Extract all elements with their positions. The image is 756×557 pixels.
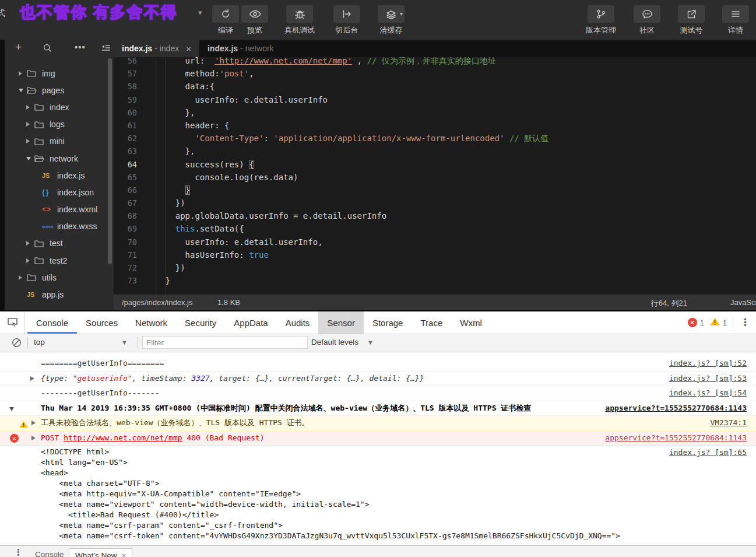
switch-background-button[interactable]: 切后台 bbox=[333, 5, 360, 36]
explorer-scrollbar[interactable] bbox=[108, 58, 112, 264]
preview-button[interactable]: 预览 bbox=[241, 5, 268, 36]
expand-icon[interactable] bbox=[31, 436, 36, 440]
caret-down-icon[interactable]: ▼ bbox=[367, 339, 374, 346]
chevron-right-icon[interactable] bbox=[19, 71, 27, 76]
tree-item-index.js[interactable]: JSindex.js bbox=[5, 167, 114, 184]
device-debug-button[interactable]: 真机调试 bbox=[284, 5, 315, 36]
tree-item-app.js[interactable]: JSapp.js bbox=[5, 286, 114, 303]
devtools-tab-storage[interactable]: Storage bbox=[364, 311, 412, 334]
tree-item-pages[interactable]: pages bbox=[5, 82, 114, 99]
devtools-tab-audits[interactable]: Audits bbox=[277, 311, 319, 334]
source-link[interactable]: appservice?t=1552552770684:1143 bbox=[605, 401, 747, 416]
code-line-62[interactable]: 'Content-Type': 'application/application… bbox=[156, 132, 756, 145]
tree-item-test2[interactable]: test2 bbox=[5, 252, 114, 269]
filter-input[interactable] bbox=[142, 336, 308, 349]
community-button[interactable]: 社区 bbox=[634, 5, 660, 36]
caret-down-icon[interactable]: ▼ bbox=[121, 339, 128, 346]
devtools-tab-wxml[interactable]: Wxml bbox=[451, 311, 491, 334]
preview-icon-box[interactable] bbox=[241, 5, 268, 23]
devtools-tab-sensor[interactable]: Sensor bbox=[318, 311, 364, 334]
code-editor[interactable]: 565758596061626364656667686970717273 url… bbox=[114, 57, 756, 295]
code-line-65[interactable]: console.log(res.data) bbox=[156, 171, 756, 184]
switch-background-icon-box[interactable] bbox=[333, 5, 360, 23]
test-account-button[interactable]: 测试号 bbox=[678, 5, 705, 36]
details-button[interactable]: 详情 bbox=[722, 5, 749, 36]
version-manage-icon-box[interactable] bbox=[588, 5, 614, 23]
more-actions-icon[interactable]: ••• bbox=[75, 42, 86, 52]
chevron-down-icon[interactable] bbox=[26, 157, 34, 160]
devtools-menu-icon[interactable]: ⋮ bbox=[740, 320, 750, 325]
code-line-71[interactable]: hasUserInfo: true bbox=[156, 248, 756, 261]
code-line-64[interactable]: success(res) { bbox=[156, 158, 756, 171]
chevron-right-icon[interactable] bbox=[26, 139, 34, 143]
source-link[interactable]: index.js? [sm]:65 bbox=[669, 446, 747, 460]
tree-item-index.wxml[interactable]: <>index.wxml bbox=[5, 201, 114, 218]
code-line-60[interactable]: }, bbox=[156, 106, 756, 119]
context-selector[interactable]: top bbox=[34, 338, 45, 346]
log-levels-selector[interactable]: Default levels bbox=[311, 338, 358, 346]
clear-cache-button[interactable]: ▾清缓存 bbox=[378, 5, 405, 36]
tree-item-img[interactable]: img bbox=[5, 65, 114, 82]
warning-count-icon[interactable] bbox=[710, 317, 720, 328]
drawer-console-label[interactable]: Console bbox=[35, 550, 64, 557]
chevron-right-icon[interactable] bbox=[26, 258, 34, 263]
caret-down-icon[interactable]: ▾ bbox=[400, 10, 403, 17]
project-caret-down-icon[interactable]: ▾ bbox=[198, 8, 202, 17]
devtools-tab-security[interactable]: Security bbox=[176, 311, 225, 334]
devtools-tab-sources[interactable]: Sources bbox=[77, 311, 126, 334]
source-link[interactable]: index.js? [sm]:54 bbox=[669, 386, 747, 401]
code-line-69[interactable]: this.setData({ bbox=[156, 222, 756, 235]
code-line-61[interactable]: header: { bbox=[156, 119, 756, 132]
devtools-tab-console[interactable]: Console bbox=[27, 311, 77, 334]
collapse-explorer-icon[interactable] bbox=[101, 44, 111, 54]
tree-item-test[interactable]: test bbox=[5, 235, 114, 252]
code-line-58[interactable]: data:{ bbox=[156, 80, 756, 93]
source-link[interactable]: index.js? [sm]:53 bbox=[669, 372, 747, 386]
code-line-73[interactable]: } bbox=[156, 274, 756, 287]
test-account-icon-box[interactable] bbox=[678, 5, 705, 23]
collapse-icon[interactable] bbox=[9, 407, 14, 411]
chevron-right-icon[interactable] bbox=[26, 241, 34, 246]
details-icon-box[interactable] bbox=[722, 5, 749, 23]
search-icon[interactable] bbox=[43, 44, 52, 55]
tree-item-mini[interactable]: mini bbox=[5, 133, 114, 150]
code-line-66[interactable]: } bbox=[156, 184, 756, 197]
close-icon[interactable]: × bbox=[122, 551, 126, 557]
clear-cache-icon-box[interactable]: ▾ bbox=[378, 5, 405, 23]
new-file-icon[interactable]: + bbox=[15, 41, 22, 54]
code-line-72[interactable]: }) bbox=[156, 261, 756, 274]
editor-tab-index.jsnetwork[interactable]: index.js - network bbox=[199, 40, 282, 57]
code-line-59[interactable]: userInfo: e.detail.userInfo bbox=[156, 93, 756, 106]
devtools-tab-trace[interactable]: Trace bbox=[412, 311, 451, 334]
clear-console-icon[interactable] bbox=[12, 338, 22, 350]
chevron-right-icon[interactable] bbox=[19, 275, 27, 280]
chevron-down-icon[interactable] bbox=[19, 89, 27, 92]
expand-icon[interactable] bbox=[30, 376, 34, 381]
devtools-tab-network[interactable]: Network bbox=[126, 311, 176, 334]
tree-item-logs[interactable]: logs bbox=[5, 116, 114, 133]
devtools-tab-appdata[interactable]: AppData bbox=[225, 311, 276, 334]
code-line-57[interactable]: method:'post', bbox=[156, 67, 756, 80]
compile-button[interactable]: 编译 bbox=[212, 5, 239, 36]
inspect-element-icon[interactable] bbox=[0, 311, 25, 334]
chevron-right-icon[interactable] bbox=[26, 105, 34, 110]
compile-icon-box[interactable] bbox=[212, 5, 239, 23]
expand-icon[interactable] bbox=[31, 421, 36, 425]
code-line-68[interactable]: app.globalData.userInfo = e.detail.userI… bbox=[156, 209, 756, 222]
request-url-link[interactable]: http://www.net.com/net/mmp bbox=[64, 433, 182, 442]
community-icon-box[interactable] bbox=[634, 5, 660, 23]
code-line-63[interactable]: }, bbox=[156, 145, 756, 157]
device-debug-icon-box[interactable] bbox=[286, 5, 313, 23]
editor-tab-index.jsindex[interactable]: index.js - index× bbox=[114, 40, 199, 57]
code-lines[interactable]: url: 'http://www.net.com/net/mmp' , // 仅… bbox=[156, 57, 756, 287]
tree-item-index.json[interactable]: {}index.json bbox=[5, 184, 114, 201]
code-line-67[interactable]: }) bbox=[156, 197, 756, 209]
code-line-70[interactable]: userInfo: e.detail.userInfo, bbox=[156, 236, 756, 248]
drawer-tab-whats-new[interactable]: What's New× bbox=[69, 548, 132, 557]
code-line-56[interactable]: url: 'http://www.net.com/net/mmp' , // 仅… bbox=[156, 57, 756, 67]
drawer-menu-icon[interactable]: ⋮ bbox=[14, 549, 23, 555]
chevron-right-icon[interactable] bbox=[26, 122, 34, 127]
source-link[interactable]: appservice?t=1552552770684:1143 bbox=[605, 431, 747, 446]
close-icon[interactable]: × bbox=[186, 44, 191, 54]
tree-item-index[interactable]: index bbox=[5, 99, 114, 115]
